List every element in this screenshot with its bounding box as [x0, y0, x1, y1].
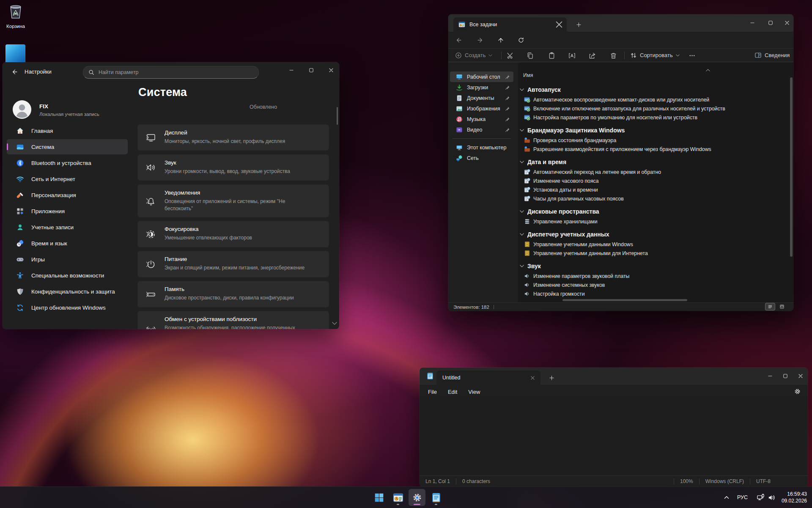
navpane-item-5[interactable]: Видео — [450, 124, 513, 135]
back-button[interactable] — [8, 66, 21, 77]
copy-button[interactable] — [524, 49, 536, 61]
recycle-bin-icon[interactable]: Корзина — [3, 3, 28, 29]
tiles-view-button[interactable] — [777, 303, 787, 310]
file-list-item[interactable]: Автоматическое воспроизведение компакт-д… — [518, 95, 709, 104]
file-list-item[interactable]: Изменение часового пояса — [518, 176, 599, 185]
group-header-2[interactable]: Дата и время — [518, 157, 566, 168]
group-header-1[interactable]: Брандмауэр Защитника Windows — [518, 125, 625, 136]
forward-button[interactable] — [473, 33, 487, 47]
file-list-item[interactable]: Часы для различных часовых поясов — [518, 194, 624, 203]
sidebar-item-0[interactable]: Главная — [7, 123, 128, 138]
group-header-4[interactable]: Диспетчер учетных данных — [518, 229, 609, 240]
navpane-item-3[interactable]: Изображения — [450, 103, 513, 114]
explorer-taskbar-button[interactable] — [390, 489, 406, 506]
explorer-tabstrip[interactable]: Все задачи — [448, 14, 793, 32]
settings-card-6[interactable]: Обмен с устройствами поблизостиВозможнос… — [137, 311, 329, 329]
desktop-shortcut-icon[interactable] — [5, 44, 25, 64]
rename-button[interactable] — [566, 49, 578, 61]
zoom-level[interactable]: 100% — [680, 478, 693, 484]
settings-titlebar[interactable]: Настройки — [3, 62, 339, 82]
menu-edit[interactable]: Edit — [444, 387, 461, 397]
tab-close-button[interactable] — [528, 373, 537, 382]
sidebar-item-6[interactable]: Учетные записи — [7, 220, 128, 235]
group-header-5[interactable]: Звук — [518, 261, 541, 272]
file-list-item[interactable]: Включение или отключение автозапуска для… — [518, 104, 725, 113]
new-tab-button[interactable] — [546, 373, 557, 383]
menu-file[interactable]: File — [424, 387, 441, 397]
notepad-tabstrip[interactable]: Untitled — [420, 368, 808, 385]
tray-chevron-icon[interactable] — [721, 487, 732, 508]
group-header-0[interactable]: Автозапуск — [518, 84, 561, 95]
line-ending[interactable]: Windows (CRLF) — [705, 478, 744, 484]
back-button[interactable] — [452, 33, 466, 47]
minimize-button[interactable] — [763, 370, 777, 382]
settings-card-5[interactable]: ПамятьДисковое пространство, диски, прав… — [137, 281, 329, 308]
settings-card-3[interactable]: ФокусировкаУменьшение отвлекающих фактор… — [137, 221, 329, 247]
sidebar-item-5[interactable]: Приложения — [7, 203, 128, 219]
maximize-button[interactable] — [778, 370, 793, 382]
close-button[interactable] — [780, 16, 793, 29]
more-button[interactable] — [686, 49, 698, 61]
maximize-button[interactable] — [763, 16, 778, 29]
group-header-3[interactable]: Дисковые пространства — [518, 206, 599, 217]
new-tab-button[interactable] — [573, 19, 584, 30]
list-view-button[interactable] — [765, 303, 775, 310]
close-button[interactable] — [324, 64, 338, 77]
file-list-item[interactable]: Настройка параметров по умолчанию для но… — [518, 113, 697, 122]
settings-card-0[interactable]: ДисплейМониторы, яркость, ночной свет, п… — [137, 124, 329, 151]
sort-button[interactable]: Сортировать — [630, 49, 680, 62]
file-list-item[interactable]: Изменение системных звуков — [518, 280, 605, 289]
file-list-item[interactable]: Управление учетными данными Windows — [518, 240, 633, 249]
settings-card-1[interactable]: ЗвукУровни громкости, вывод, ввод, звуко… — [137, 154, 329, 181]
gear-icon[interactable] — [794, 388, 801, 395]
vertical-scrollbar[interactable] — [790, 77, 793, 257]
notepad-tab[interactable]: Untitled — [436, 371, 540, 385]
file-list-item[interactable]: Управление хранилищами — [518, 217, 598, 226]
navpane-item-2[interactable]: Документы — [450, 93, 513, 103]
delete-button[interactable] — [607, 49, 619, 61]
navpane-item-other-1[interactable]: Сеть — [450, 153, 513, 163]
minimize-button[interactable] — [284, 64, 299, 77]
file-list-item[interactable]: Управление учетными данными для Интернет… — [518, 249, 648, 258]
navpane-item-4[interactable]: Музыка — [450, 114, 513, 124]
file-list-item[interactable]: Автоматический переход на летнее время и… — [518, 168, 661, 176]
tab-close-button[interactable] — [554, 20, 563, 29]
sidebar-item-7[interactable]: Время и язык — [7, 236, 128, 251]
settings-search-input[interactable] — [98, 69, 235, 76]
details-button[interactable]: Сведения — [754, 49, 790, 62]
file-list-item[interactable]: Установка даты и времени — [518, 185, 598, 194]
scrollbar[interactable] — [337, 107, 338, 125]
start-button[interactable] — [370, 489, 387, 506]
share-button[interactable] — [586, 49, 598, 61]
chevron-down-icon[interactable] — [332, 322, 337, 325]
settings-card-2[interactable]: УведомленияОповещения от приложений и си… — [137, 184, 329, 217]
avatar[interactable] — [12, 100, 32, 119]
maximize-button[interactable] — [304, 64, 318, 77]
file-list-item[interactable]: Проверка состояния брандмауэра — [518, 136, 616, 145]
network-icon[interactable] — [755, 487, 765, 508]
settings-card-4[interactable]: ПитаниеЭкран и спящий режим, режим питан… — [137, 251, 329, 277]
navpane-item-0[interactable]: Рабочий стол — [450, 71, 513, 82]
sidebar-item-9[interactable]: Специальные возможности — [7, 268, 128, 283]
column-header-name[interactable]: Имя — [523, 72, 533, 78]
settings-taskbar-button[interactable] — [409, 489, 425, 506]
encoding[interactable]: UTF-8 — [756, 478, 771, 484]
sidebar-item-3[interactable]: Сеть и Интернет — [7, 171, 128, 187]
file-list-item[interactable]: Разрешение взаимодействия с приложением … — [518, 145, 711, 154]
file-list-item[interactable]: Изменение параметров звуковой платы — [518, 272, 629, 280]
clock[interactable]: 16:59:43 09.02.2026 — [773, 491, 807, 504]
sidebar-item-11[interactable]: Центр обновления Windows — [7, 300, 128, 315]
create-button[interactable]: Создать — [455, 49, 492, 62]
navpane-item-other-0[interactable]: Этот компьютер — [450, 142, 513, 153]
menu-view[interactable]: View — [464, 387, 484, 397]
horizontal-scrollbar[interactable] — [562, 299, 687, 301]
paste-button[interactable] — [546, 49, 557, 61]
sidebar-item-8[interactable]: Игры — [7, 252, 128, 267]
up-button[interactable] — [494, 33, 508, 47]
explorer-tab[interactable]: Все задачи — [453, 17, 567, 32]
language-indicator[interactable]: РУС — [737, 487, 748, 508]
sidebar-item-4[interactable]: Персонализация — [7, 187, 128, 203]
close-button[interactable] — [793, 370, 808, 382]
sidebar-item-1[interactable]: Система — [7, 139, 128, 154]
navpane-item-1[interactable]: Загрузки — [450, 82, 513, 93]
